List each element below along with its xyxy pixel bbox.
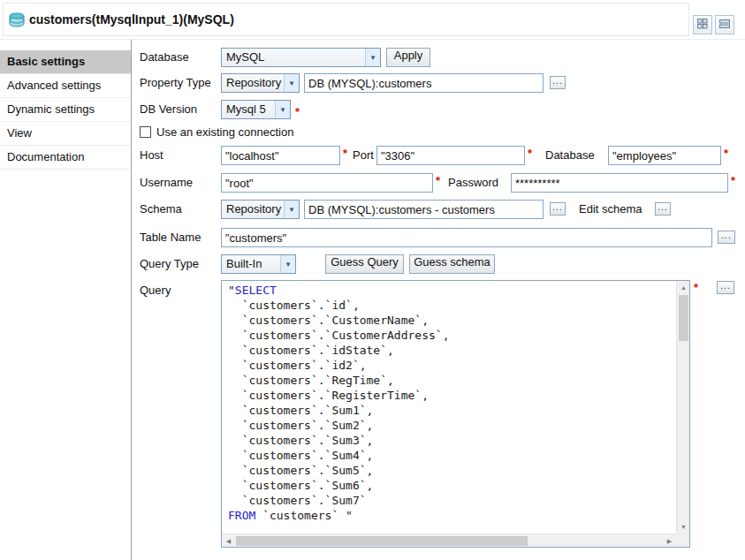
schema-label: Schema xyxy=(140,200,182,219)
scroll-up-icon[interactable]: ▲ xyxy=(677,281,690,294)
query-editor[interactable]: "SELECT `customers`.`id`, `customers`.`C… xyxy=(221,280,690,548)
property-repository-browse-button[interactable]: ... xyxy=(550,76,566,89)
db-version-dropdown-value: Mysql 5 xyxy=(222,101,275,118)
required-marker: * xyxy=(343,147,347,160)
chevron-down-icon: ▾ xyxy=(284,201,299,218)
scroll-right-icon[interactable]: ▶ xyxy=(663,534,676,548)
table-name-label: Table Name xyxy=(140,228,201,247)
schema-type-dropdown-value: Repository xyxy=(222,201,284,218)
property-type-dropdown[interactable]: Repository ▾ xyxy=(221,73,300,93)
host-field[interactable] xyxy=(221,146,340,165)
query-type-dropdown-value: Built-In xyxy=(222,255,280,273)
password-field[interactable] xyxy=(511,173,728,193)
sidebar-item-view[interactable]: View xyxy=(0,122,131,146)
guess-schema-button[interactable]: Guess schema xyxy=(409,254,495,274)
minimize-panel-button[interactable] xyxy=(715,15,734,34)
scroll-down-icon[interactable]: ▼ xyxy=(677,520,690,534)
schema-repository-browse-button[interactable]: ... xyxy=(550,202,566,216)
db-version-dropdown[interactable]: Mysql 5 ▾ xyxy=(221,100,291,119)
port-field[interactable] xyxy=(376,146,525,165)
property-type-dropdown-value: Repository xyxy=(222,74,284,92)
port-label: Port xyxy=(353,146,374,165)
horizontal-scroll-thumb[interactable] xyxy=(236,536,528,546)
scrollbar-corner xyxy=(676,534,689,547)
chevron-down-icon: ▾ xyxy=(275,101,290,118)
sidebar-item-dynamic-settings[interactable]: Dynamic settings xyxy=(0,98,131,122)
query-horizontal-scrollbar[interactable]: ◀ ▶ xyxy=(222,534,676,547)
database-dropdown-value: MySQL xyxy=(222,49,365,66)
query-vertical-scrollbar[interactable]: ▲ ▼ xyxy=(676,281,689,534)
password-label: Password xyxy=(448,173,498,193)
required-marker: * xyxy=(295,105,300,118)
database-dropdown[interactable]: MySQL ▾ xyxy=(221,48,381,67)
property-type-label: Property Type xyxy=(140,73,211,93)
query-text[interactable]: "SELECT `customers`.`id`, `customers`.`C… xyxy=(222,281,676,534)
chevron-down-icon: ▾ xyxy=(365,49,380,66)
grid-layout-icon xyxy=(697,19,708,32)
vertical-scroll-thumb[interactable] xyxy=(679,295,688,341)
query-type-dropdown[interactable]: Built-In ▾ xyxy=(221,254,296,274)
query-type-label: Query Type xyxy=(140,254,199,274)
sidebar-item-advanced-settings[interactable]: Advanced settings xyxy=(0,74,131,98)
edit-schema-button[interactable]: ... xyxy=(655,202,671,216)
header-bar: customers(tMysqlInput_1)(MySQL) xyxy=(3,3,689,36)
chevron-down-icon: ▾ xyxy=(280,255,295,273)
host-label: Host xyxy=(140,146,163,165)
settings-sidebar: Basic settings Advanced settings Dynamic… xyxy=(0,40,132,560)
sidebar-item-documentation[interactable]: Documentation xyxy=(0,146,131,170)
apply-button[interactable]: Apply xyxy=(386,48,430,67)
guess-query-button[interactable]: Guess Query xyxy=(325,254,404,274)
required-marker: * xyxy=(528,147,532,160)
required-marker: * xyxy=(731,174,735,187)
required-marker: * xyxy=(436,174,440,187)
database-name-field[interactable] xyxy=(608,146,721,165)
username-label: Username xyxy=(140,173,193,193)
use-existing-connection-label: Use an existing connection xyxy=(156,123,293,142)
table-name-browse-button[interactable]: ... xyxy=(718,231,735,244)
use-existing-connection-checkbox[interactable] xyxy=(140,126,151,138)
query-open-editor-button[interactable]: ... xyxy=(717,281,734,294)
table-name-field[interactable] xyxy=(221,228,712,247)
database-label: Database xyxy=(140,48,189,67)
property-repository-field[interactable] xyxy=(304,73,544,93)
component-settings-panel: customers(tMysqlInput_1)(MySQL) Basic se… xyxy=(0,0,745,560)
split-rows-icon xyxy=(719,19,730,32)
component-title: customers(tMysqlInput_1)(MySQL) xyxy=(29,12,234,26)
chevron-down-icon: ▾ xyxy=(284,74,299,92)
scroll-left-icon[interactable]: ◀ xyxy=(222,534,235,548)
database-name-label: Database xyxy=(545,146,595,165)
db-version-label: DB Version xyxy=(140,100,197,119)
query-label: Query xyxy=(140,281,171,300)
required-marker: * xyxy=(724,147,728,160)
username-field[interactable] xyxy=(221,173,433,193)
maximize-panel-button[interactable] xyxy=(693,15,712,34)
schema-repository-field[interactable] xyxy=(304,200,544,219)
edit-schema-label: Edit schema xyxy=(579,200,642,219)
database-component-icon xyxy=(8,11,26,29)
required-marker: * xyxy=(694,281,698,294)
sidebar-item-basic-settings[interactable]: Basic settings xyxy=(0,50,131,74)
schema-type-dropdown[interactable]: Repository ▾ xyxy=(221,200,300,219)
